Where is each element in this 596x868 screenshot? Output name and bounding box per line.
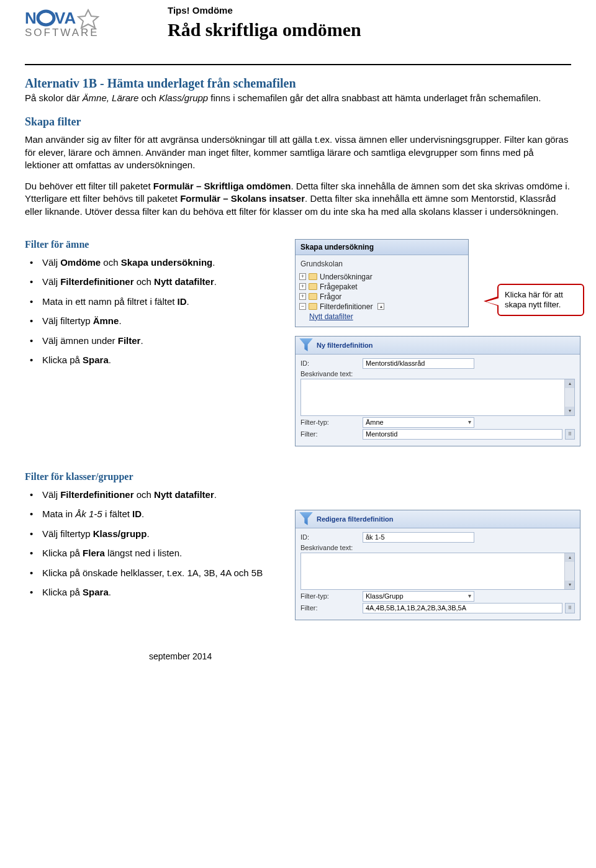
form1-desc-textarea[interactable]: ▴ ▾ (300, 379, 575, 416)
funnel-icon (299, 512, 313, 526)
scrollbar[interactable]: ▴ ▾ (564, 379, 574, 415)
form2-type-label: Filter-typ: (300, 592, 363, 600)
scrollbar[interactable]: ▴ ▾ (564, 553, 574, 589)
tree-item-fragor[interactable]: + Frågor (299, 292, 464, 302)
svg-text:VA: VA (55, 9, 76, 27)
tree-item-nytt-datafilter[interactable]: Nytt datafilter (299, 312, 464, 322)
callout-tooltip: Klicka här för att skapa nytt filter. (497, 284, 584, 317)
form1-filter-label: Filter: (300, 430, 363, 438)
form1-id-input[interactable]: Mentorstid/klassråd (363, 358, 474, 369)
list-item: Välj Filterdefinitioner och Nytt datafil… (25, 489, 282, 501)
tree-titlebar: Skapa undersökning (296, 240, 468, 255)
form2-desc-label: Beskrivande text: (300, 544, 363, 551)
tree-item-filterdefinitioner[interactable]: − Filterdefinitioner ▴ (299, 302, 464, 312)
filter-klasser-heading: Filter för klasser/grupper (25, 471, 282, 482)
tree-item-undersokningar[interactable]: + Undersökningar (299, 272, 464, 282)
minus-icon[interactable]: − (299, 303, 306, 310)
form2-title: Redigera filterdefinition (317, 515, 393, 523)
form1-filter-input[interactable]: Mentorstid (363, 429, 562, 440)
svg-text:N: N (25, 9, 37, 27)
scroll-up-icon[interactable]: ▴ (565, 553, 574, 562)
form2-id-input[interactable]: åk 1-5 (363, 532, 474, 543)
plus-icon[interactable]: + (299, 293, 306, 300)
list-item: Välj Omdöme och Skapa undersökning. (25, 256, 282, 269)
form2-id-label: ID: (300, 533, 363, 541)
tree-top-label: Grundskolan (299, 258, 464, 272)
screenshot-tree: Skapa undersökning Grundskolan + Undersö… (295, 239, 469, 327)
form1-id-label: ID: (300, 359, 363, 367)
folder-icon (309, 293, 317, 300)
scroll-down-icon[interactable]: ▾ (565, 581, 574, 589)
main-title: Råd skriftliga omdömen (168, 19, 361, 40)
skapa-filter-p1: Man använder sig av filter för att avgrä… (25, 133, 571, 171)
svg-text:SOFTWARE: SOFTWARE (25, 27, 99, 38)
list-item: Klicka på Flera längst ned i listen. (25, 547, 282, 559)
skapa-filter-heading: Skapa filter (25, 115, 571, 129)
folder-icon (309, 273, 317, 280)
tree-item-fragepaket[interactable]: + Frågepaket (299, 282, 464, 292)
tips-label: Tips! Omdöme (168, 5, 361, 16)
screenshot-redigera-filterdefinition: Redigera filterdefinition ID: åk 1-5 Bes… (295, 510, 580, 620)
scroll-down-icon[interactable]: ▾ (565, 407, 574, 415)
filter-picker-button[interactable]: ⠿ (565, 429, 575, 440)
page-footer-date: september 2014 (25, 651, 571, 661)
list-item: Mata in ett namn på filtret i fältet ID. (25, 296, 282, 308)
list-item: Klicka på Spara. (25, 586, 282, 599)
list-item: Välj ämnen under Filter. (25, 335, 282, 347)
scroll-up-icon[interactable]: ▴ (565, 379, 574, 388)
form2-filter-label: Filter: (300, 604, 363, 612)
nova-software-logo: N VA SOFTWARE (25, 7, 130, 45)
plus-icon[interactable]: + (299, 283, 306, 290)
form1-title: Ny filterdefinition (317, 341, 372, 349)
folder-icon (309, 303, 317, 310)
form1-type-label: Filter-typ: (300, 418, 363, 426)
list-item: Klicka på önskade helklasser, t.ex. 1A, … (25, 567, 282, 579)
skapa-filter-p2: Du behöver ett filter till paketet Formu… (25, 180, 571, 218)
svg-point-1 (38, 11, 54, 25)
section-alt1b-heading: Alternativ 1B - Hämta underlaget från sc… (25, 76, 571, 91)
list-item: Välj filtertyp Klass/grupp. (25, 528, 282, 540)
arrow-up-icon[interactable]: ▴ (377, 303, 384, 310)
list-item: Välj Filterdefinitioner och Nytt datafil… (25, 276, 282, 288)
page-header: N VA SOFTWARE Tips! Omdöme Råd skriftlig… (25, 5, 571, 52)
alt1b-paragraph: På skolor där Ämne, Lärare och Klass/gru… (25, 92, 571, 104)
filter-klasser-list: Välj Filterdefinitioner och Nytt datafil… (25, 489, 282, 599)
divider (25, 64, 571, 65)
form2-type-dropdown[interactable]: Klass/Grupp (363, 591, 474, 602)
list-item: Klicka på Spara. (25, 354, 282, 366)
screenshot-ny-filterdefinition: Ny filterdefinition ID: Mentorstid/klass… (295, 336, 580, 446)
filter-amne-list: Välj Omdöme och Skapa undersökning. Välj… (25, 256, 282, 366)
form2-desc-textarea[interactable]: ▴ ▾ (300, 553, 575, 590)
filter-picker-button[interactable]: ⠿ (565, 603, 575, 613)
plus-icon[interactable]: + (299, 273, 306, 280)
funnel-icon (299, 338, 313, 352)
form2-filter-input[interactable]: 4A,4B,5B,1A,1B,2A,2B,3A,3B,5A (363, 603, 562, 613)
form1-desc-label: Beskrivande text: (300, 370, 363, 377)
filter-amne-heading: Filter för ämne (25, 239, 282, 250)
folder-icon (309, 283, 317, 290)
list-item: Mata in Åk 1-5 i fältet ID. (25, 508, 282, 520)
list-item: Välj filtertyp Ämne. (25, 315, 282, 327)
form1-type-dropdown[interactable]: Ämne (363, 417, 474, 428)
